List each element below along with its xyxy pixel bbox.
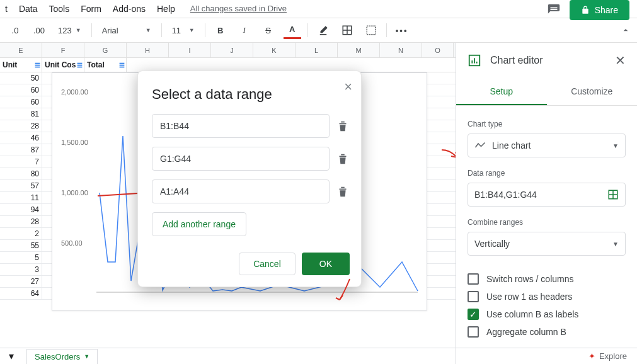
chart-icon (468, 54, 481, 67)
menu-item[interactable]: Tools (49, 4, 69, 14)
checkbox-icon (468, 291, 479, 302)
chart-type-select[interactable]: Line chart ▼ (468, 134, 626, 157)
dialog-title: Select a data range (152, 86, 350, 103)
combine-select[interactable]: Vertically▼ (468, 232, 626, 256)
header-cell: Unit (3, 60, 17, 69)
delete-icon[interactable] (336, 185, 350, 198)
checkbox-label: Aggregate column B (486, 327, 566, 337)
text-color-button[interactable]: A (284, 21, 301, 39)
line-chart-icon (474, 141, 486, 150)
menu-bar: t Data Tools Form Add-ons Help All chang… (0, 0, 637, 18)
zoom-dropdown[interactable]: 123▼ (54, 23, 85, 38)
tab-customize[interactable]: Customize (547, 79, 638, 105)
checkbox-option[interactable]: Switch rows / columns (468, 273, 626, 285)
delete-icon[interactable] (336, 119, 350, 133)
y-tick: 1,000.00 (61, 189, 88, 196)
add-range-button[interactable]: Add another range (152, 212, 246, 236)
save-status[interactable]: All changes saved in Drive (190, 4, 287, 13)
merge-button[interactable] (362, 21, 380, 39)
menu-item[interactable]: Help (157, 4, 175, 14)
header-cell: Total (87, 60, 105, 69)
panel-title: Chart editor (490, 55, 543, 66)
filter-icon[interactable]: ☰ (35, 62, 40, 69)
col-header[interactable]: G (84, 43, 127, 57)
select-data-range-dialog: × Select a data range Add another range … (137, 71, 362, 287)
borders-button[interactable] (338, 21, 356, 39)
svg-rect-3 (367, 26, 376, 35)
y-tick: 2,000.00 (61, 88, 88, 96)
checkbox-label: Use column B as labels (486, 309, 578, 319)
col-header[interactable]: J (211, 43, 253, 57)
close-icon[interactable]: ✕ (615, 53, 626, 68)
menu-item[interactable]: Form (81, 4, 101, 14)
col-header[interactable]: N (380, 43, 422, 57)
italic-button[interactable]: I (236, 21, 253, 39)
decrease-decimal-icon[interactable]: .0 (6, 21, 24, 39)
font-dropdown[interactable]: Arial▼ (98, 23, 155, 38)
range-input[interactable] (152, 147, 330, 171)
header-cell: Unit Cos (45, 60, 76, 69)
combine-label: Combine ranges (468, 218, 626, 227)
column-headers[interactable]: E F G H I J K L M N O (0, 43, 456, 58)
more-button[interactable]: ••• (393, 21, 411, 39)
checkbox-icon (468, 273, 479, 285)
cancel-button[interactable]: Cancel (239, 253, 296, 275)
close-icon[interactable]: × (344, 79, 352, 95)
col-header[interactable]: M (338, 43, 380, 57)
comment-icon[interactable] (547, 3, 561, 17)
col-header[interactable]: O (422, 43, 454, 57)
menu-item[interactable]: Data (19, 4, 38, 14)
increase-decimal-button[interactable]: .00 (30, 21, 48, 39)
data-range-field[interactable]: B1:B44,G1:G44 (468, 183, 626, 207)
sheet-tabs: ▾ SalesOrders▼ (0, 348, 456, 364)
sheet-menu-icon[interactable]: ▾ (5, 350, 18, 362)
filter-icon[interactable]: ☰ (77, 62, 83, 69)
checkbox-option[interactable]: ✓Use column B as labels (468, 309, 626, 320)
menu-item[interactable]: Add-ons (113, 4, 146, 14)
share-button[interactable]: Share (570, 0, 629, 20)
chart-type-label: Chart type (468, 120, 626, 128)
ok-button[interactable]: OK (302, 253, 350, 275)
share-label: Share (595, 5, 618, 15)
fontsize-dropdown[interactable]: 11▼ (168, 23, 198, 38)
checkbox-icon (468, 326, 479, 338)
checkbox-option[interactable]: Use row 1 as headers (468, 291, 626, 302)
col-header[interactable]: I (169, 43, 211, 57)
col-header[interactable]: E (0, 43, 42, 57)
col-header[interactable]: H (127, 43, 169, 57)
range-input[interactable] (152, 179, 330, 203)
checkbox-icon: ✓ (468, 309, 479, 320)
checkbox-option[interactable]: Aggregate column B (468, 326, 626, 338)
sheet-tab[interactable]: SalesOrders▼ (26, 349, 98, 364)
lock-icon (581, 6, 590, 14)
explore-button[interactable]: ✦Explore (456, 348, 637, 364)
checkbox-label: Use row 1 as headers (486, 292, 572, 302)
spreadsheet-area[interactable]: E F G H I J K L M N O Unit☰ Unit Cos☰ To… (0, 43, 456, 364)
data-range-label: Data range (468, 169, 626, 178)
toolbar: .0 .00 123▼ Arial▼ 11▼ B I S A ••• (0, 18, 637, 43)
col-header[interactable]: K (253, 43, 296, 57)
col-header[interactable]: L (296, 43, 338, 57)
y-tick: 500.00 (61, 239, 83, 247)
strike-button[interactable]: S (260, 21, 277, 39)
collapse-toolbar-icon[interactable] (621, 25, 631, 35)
col-header[interactable]: F (42, 43, 84, 57)
filter-icon[interactable]: ☰ (119, 62, 125, 69)
select-range-icon[interactable] (607, 189, 619, 200)
chart-editor-panel: Chart editor ✕ Setup Customize Chart typ… (456, 43, 637, 364)
fill-color-button[interactable] (314, 21, 332, 39)
range-input[interactable] (152, 114, 330, 138)
y-tick: 1,500.00 (61, 139, 88, 146)
data-range-value: B1:B44,G1:G44 (474, 190, 537, 200)
tab-setup[interactable]: Setup (456, 79, 547, 105)
bold-button[interactable]: B (212, 21, 229, 39)
checkbox-label: Switch rows / columns (486, 274, 573, 284)
delete-icon[interactable] (336, 152, 350, 166)
menu-item[interactable]: t (5, 4, 8, 14)
